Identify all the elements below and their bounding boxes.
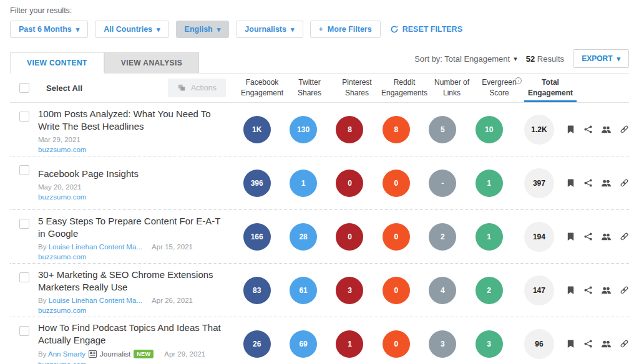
countries-label: All Countries [104,25,152,34]
link-icon[interactable] [620,125,629,134]
domain-link[interactable]: buzzsumo.com [38,307,86,314]
domain-link[interactable]: buzzsumo.com [38,253,86,261]
journalist-label: Journalist [100,350,130,358]
article-date: Mar 29, 2021 [38,136,80,143]
facebook-engagement-value: 1K [243,116,271,143]
table-row: 30+ Marketing & SEO Chrome Extensions Ma… [10,264,629,317]
people-icon[interactable] [601,285,612,295]
chevron-down-icon: ▾ [157,26,160,34]
bookmark-icon[interactable] [566,339,575,348]
tabs-row: VIEW CONTENT VIEW ANALYSIS Sort by: Tota… [10,49,629,74]
domain-link[interactable]: buzzsumo.com [38,146,86,153]
bookmark-icon[interactable] [566,285,575,295]
article-date: Apr 29, 2021 [164,350,205,358]
tab-view-content[interactable]: VIEW CONTENT [10,52,104,74]
domain-link[interactable]: buzzsumo.com [38,193,86,201]
total-engagement-value: 96 [524,329,554,359]
share-icon[interactable] [583,285,593,295]
article-title[interactable]: 100m Posts Analyzed: What You Need To Wr… [38,108,228,133]
people-icon[interactable] [601,339,612,348]
journalists-dropdown[interactable]: Journalists ▾ [236,21,303,38]
total-header-label: Total Engagement [523,77,578,99]
table-header: Select All Actions Facebook Engagement T… [10,74,629,103]
evergreen-score-value: 3 [476,330,503,358]
article-title[interactable]: Facebook Page Insights [38,168,228,180]
total-engagement-value: 397 [524,168,554,198]
column-header-reddit[interactable]: Reddit Engagements [381,74,428,102]
table-row: 100m Posts Analyzed: What You Need To Wr… [10,103,629,156]
number-of-links-value: 3 [429,330,456,358]
facebook-engagement-value: 26 [243,330,271,358]
pinterest-shares-value: 3 [336,277,363,304]
number-of-links-value: 4 [429,277,456,304]
link-icon[interactable] [620,232,629,241]
author-link[interactable]: Louise Linehan Content Ma... [49,297,142,304]
toolbar-right: Sort by: Total Engagement ▾ 52 Results E… [414,49,629,73]
row-checkbox[interactable] [19,219,29,229]
share-icon[interactable] [583,125,593,134]
column-header-facebook[interactable]: Facebook Engagement [238,74,286,102]
sort-by-label: Sort by: Total Engagement [414,54,510,64]
people-icon[interactable] [601,178,612,188]
article-title[interactable]: 30+ Marketing & SEO Chrome Extensions Ma… [38,269,228,294]
author-link[interactable]: Louise Linehan Content Ma... [49,243,142,251]
chevron-down-icon: ▾ [514,55,517,63]
plus-icon: + [319,25,323,34]
row-checkbox[interactable] [19,326,29,336]
filter-section: Filter your results: Past 6 Months ▾ All… [0,0,639,38]
total-engagement-value: 1.2K [524,115,554,145]
date-range-dropdown[interactable]: Past 6 Months ▾ [10,21,88,38]
bookmark-icon[interactable] [566,232,575,241]
row-checkbox[interactable] [19,112,29,122]
article-title[interactable]: How To Find Podcast Topics And Ideas Tha… [38,322,228,347]
twitter-shares-value: 61 [290,277,317,304]
number-of-links-value: 5 [429,116,456,143]
actions-button[interactable]: Actions [168,79,226,97]
evergreen-score-value: 1 [476,170,503,197]
header-left: Select All Actions [10,79,238,97]
link-icon[interactable] [620,178,629,188]
byline: By Louise Linehan Content Ma... Apr 15, … [38,243,193,251]
people-icon[interactable] [601,232,612,241]
column-header-pinterest[interactable]: Pinterest Shares [333,74,381,102]
row-checkbox[interactable] [19,272,29,282]
journalist-tag: Journalist NEW [89,350,154,358]
column-header-total[interactable]: Total Engagement [523,74,578,102]
filter-row: Past 6 Months ▾ All Countries ▾ English … [10,21,629,38]
people-icon[interactable] [601,125,612,134]
bookmark-icon[interactable] [566,125,575,134]
column-header-evergreen[interactable]: Evergreen Score i [476,74,523,102]
total-engagement-value: 147 [524,275,554,305]
language-label: English [185,25,213,34]
sort-by-dropdown[interactable]: Sort by: Total Engagement ▾ [414,54,517,64]
pinterest-shares-value: 0 [336,223,363,251]
twitter-shares-value: 1 [290,170,317,197]
select-all-checkbox[interactable] [19,83,29,93]
link-icon[interactable] [620,285,629,295]
more-filters-label: More Filters [328,25,372,34]
column-header-links[interactable]: Number of Links [428,74,476,102]
bookmark-icon[interactable] [566,178,575,188]
export-button[interactable]: EXPORT ▾ [573,49,629,68]
share-icon[interactable] [583,232,593,241]
table-row: How To Find Podcast Topics And Ideas Tha… [10,317,629,364]
more-filters-button[interactable]: + More Filters [310,21,381,38]
info-icon[interactable]: i [515,77,522,84]
reddit-engagements-value: 0 [383,223,410,251]
reset-filters-button[interactable]: RESET FILTERS [388,21,465,37]
article-title[interactable]: 5 Easy Steps To Prepare Content For E-A-… [38,215,228,240]
share-icon[interactable] [583,178,593,188]
language-dropdown[interactable]: English ▾ [176,21,230,38]
tab-view-analysis[interactable]: VIEW ANALYSIS [104,52,199,73]
author-link[interactable]: Ann Smarty [48,350,85,358]
row-checkbox[interactable] [19,165,29,175]
domain-link[interactable]: buzzsumo.com [38,361,86,364]
article-date: Apr 15, 2021 [152,243,193,251]
reddit-engagements-value: 0 [383,277,410,304]
select-all-label: Select All [46,84,82,93]
column-header-twitter[interactable]: Twitter Shares [286,74,333,102]
share-icon[interactable] [583,339,593,348]
link-icon[interactable] [620,339,629,348]
countries-dropdown[interactable]: All Countries ▾ [95,21,168,38]
table-row: 5 Easy Steps To Prepare Content For E-A-… [10,210,629,264]
